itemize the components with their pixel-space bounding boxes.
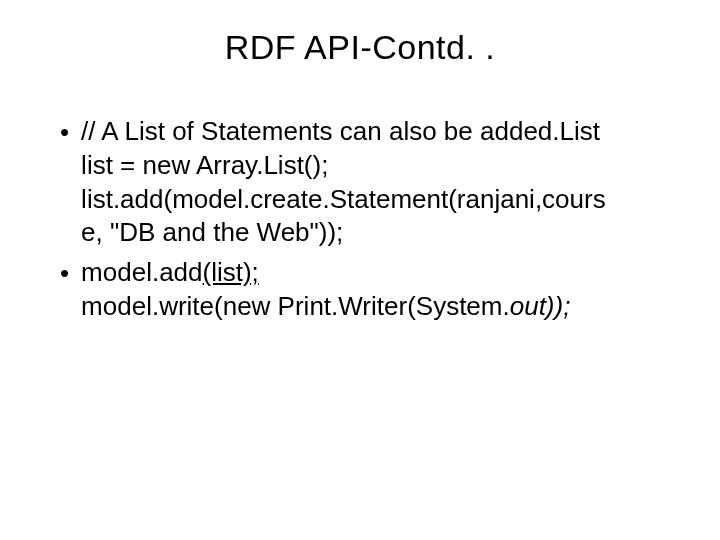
slide-title: RDF API-Contd. . [50,28,670,67]
b2-line2-prefix: model.write(new Print.Writer(System. [81,291,510,321]
b1-line2: list = new Array.List(); [81,150,328,180]
b1-line3: list.add(model.create.Statement(ranjani,… [81,184,606,214]
bullet-marker: • [60,258,69,289]
bullet-item-1: • // A List of Statements can also be ad… [60,115,670,250]
bullet-text-2: model.add(list); model.write(new Print.W… [81,256,570,324]
b2-line1-prefix: model.add [81,257,202,287]
bullet-text-1: // A List of Statements can also be adde… [81,115,606,250]
slide-content: • // A List of Statements can also be ad… [50,115,670,324]
bullet-marker: • [60,117,69,148]
b1-line1: // A List of Statements can also be adde… [81,116,600,146]
bullet-item-2: • model.add(list); model.write(new Print… [60,256,670,324]
slide-container: RDF API-Contd. . • // A List of Statemen… [0,0,720,540]
b2-line2-italic: out)); [510,291,571,321]
b2-line1-underlined: (list); [203,257,259,287]
b1-line4: e, "DB and the Web")); [81,217,343,247]
